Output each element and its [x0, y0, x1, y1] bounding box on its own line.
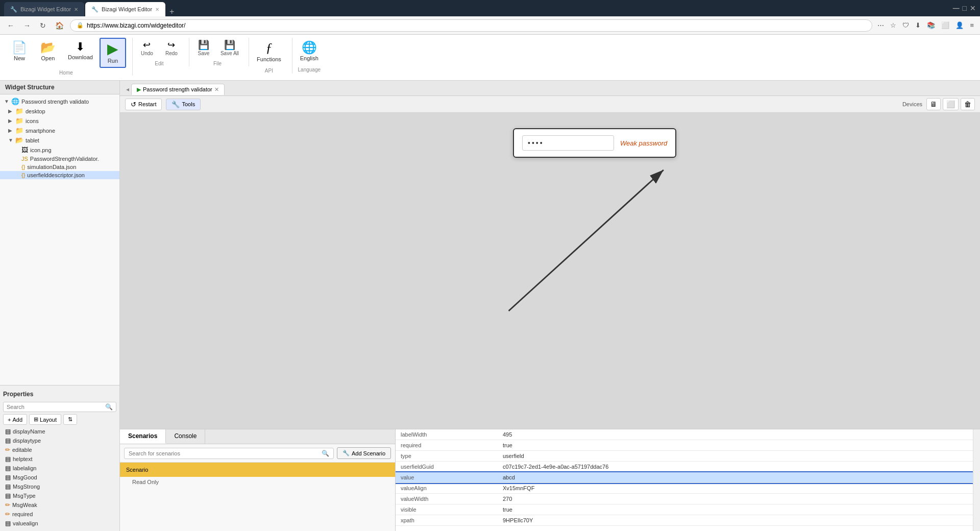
content-tab-psv[interactable]: ▶ Password strength validator ✕	[131, 84, 225, 95]
prop-required[interactable]: ✏required	[3, 510, 116, 519]
add-property-button[interactable]: + Add	[3, 414, 27, 425]
forward-button[interactable]: →	[20, 19, 34, 32]
tab2-favicon: 🔧	[91, 6, 99, 13]
open-icon: 📂	[40, 41, 56, 54]
account-button[interactable]: 👤	[953, 19, 966, 31]
tablet-folder-icon	[15, 136, 23, 144]
prop-helptext[interactable]: ▤helptext	[3, 454, 116, 464]
open-button[interactable]: 📂 Open	[35, 38, 61, 65]
props-table-panel: labelWidth495requiredtruetypeuserfieldus…	[396, 429, 973, 531]
tree-psv-file[interactable]: JS PasswordStrengthValidator.	[0, 155, 119, 163]
save-all-button[interactable]: 💾 Save All	[217, 38, 242, 59]
add-icon: +	[8, 417, 11, 423]
prop-MsgStrong[interactable]: ▤MsgStrong	[3, 482, 116, 491]
sidebar-button[interactable]: ⬜	[939, 19, 951, 31]
functions-button[interactable]: ƒ Functions	[252, 38, 286, 66]
restart-button[interactable]: ↺ Restart	[125, 99, 162, 110]
widget-preview: Weak password	[513, 128, 676, 158]
table-row: visibletrue	[396, 504, 973, 515]
browser-tab-1[interactable]: 🔧 Bizagi Widget Editor ✕	[4, 2, 84, 16]
scenarios-search-input[interactable]	[129, 450, 322, 456]
tree-smartphone[interactable]: ▶ smartphone	[0, 126, 119, 135]
english-button[interactable]: 🌐 English	[296, 38, 323, 65]
table-row[interactable]: valueabcd	[396, 472, 973, 483]
url-input[interactable]	[87, 22, 866, 29]
table-row: userfieldGuidc07c19c7-2ed1-4e9e-a0ac-a57…	[396, 462, 973, 472]
prop-required-icon: ✏	[5, 511, 10, 518]
prop-labelalign[interactable]: ▤labelalign	[3, 464, 116, 473]
scenario-item-readonly[interactable]: Read Only	[120, 477, 395, 487]
save-button[interactable]: 💾 Save	[192, 38, 215, 59]
toolbar-group-file: 💾 Save 💾 Save All File	[192, 38, 249, 66]
close-button[interactable]: ✕	[970, 4, 976, 12]
tab2-label: Bizagi Widget Editor	[102, 6, 152, 12]
address-bar[interactable]: 🔒	[70, 19, 872, 32]
tree-tablet[interactable]: ▼ tablet	[0, 135, 119, 145]
download-icon: ⬇	[76, 41, 85, 53]
new-tab-button[interactable]: +	[166, 7, 177, 16]
home-button[interactable]: 🏠	[52, 19, 67, 32]
tree-icons[interactable]: ▶ icons	[0, 116, 119, 126]
tree-desktop[interactable]: ▶ desktop	[0, 106, 119, 116]
properties-search-box[interactable]: 🔍	[3, 402, 116, 412]
app-toolbar: 📄 New 📂 Open ⬇ Download ▶ Run Home ↩ Und…	[0, 35, 980, 81]
tree-userfield-json[interactable]: {} userfielddescriptor.json	[0, 171, 119, 179]
scenarios-search-box[interactable]: 🔍	[124, 448, 334, 459]
prop-MsgWeak-icon: ✏	[5, 501, 10, 509]
desktop-toggle[interactable]: ▶	[8, 108, 15, 114]
smartphone-toggle[interactable]: ▶	[8, 128, 15, 133]
props-scrollbar[interactable]	[973, 429, 980, 531]
download-manager-button[interactable]: ⬇	[913, 19, 923, 31]
back-button[interactable]: ←	[4, 19, 17, 32]
prop-editable[interactable]: ✏editable	[3, 445, 116, 454]
tab-close-icon[interactable]: ✕	[214, 86, 219, 93]
undo-button[interactable]: ↩ Undo	[136, 38, 158, 59]
widget-password-field[interactable]	[522, 135, 614, 151]
scenario-item-scenario[interactable]: Scenario	[120, 463, 395, 477]
prop-valuealign[interactable]: ▤valuealign	[3, 519, 116, 528]
tree-simulation-json[interactable]: {} simulationData.json	[0, 163, 119, 171]
sort-button[interactable]: ⇅	[63, 414, 77, 425]
add-scenario-button[interactable]: 🔧 Add Scenario	[337, 447, 391, 459]
tab-console[interactable]: Console	[166, 429, 205, 444]
layout-button[interactable]: ⊞ Layout	[29, 414, 61, 425]
prop-MsgGood[interactable]: ▤MsgGood	[3, 473, 116, 482]
download-button[interactable]: ⬇ Download	[63, 38, 97, 64]
tree-root[interactable]: ▼ 🌐 Password strength validato	[0, 96, 119, 106]
trash-button[interactable]: 🗑	[961, 98, 975, 110]
run-button[interactable]: ▶ Run	[100, 38, 126, 68]
devices-section: Devices 🖥 ⬜ 🗑	[902, 98, 975, 110]
tablet-device-button[interactable]: ⬜	[943, 98, 959, 110]
icons-toggle[interactable]: ▶	[8, 118, 15, 124]
sort-icon: ⇅	[68, 416, 72, 423]
root-toggle[interactable]: ▼	[4, 99, 11, 104]
tree-icon-png[interactable]: 🖼 icon.png	[0, 145, 119, 155]
tools-button[interactable]: 🔧 Tools	[166, 99, 201, 110]
tab1-close[interactable]: ✕	[74, 7, 78, 12]
tab1-label: Bizagi Widget Editor	[20, 6, 71, 12]
minimize-button[interactable]: ─	[953, 3, 960, 14]
table-row: valueAlignXv15mnFQF	[396, 483, 973, 494]
refresh-button[interactable]: ↻	[37, 19, 49, 32]
bookmark-button[interactable]: ☆	[888, 19, 898, 31]
tab2-close[interactable]: ✕	[155, 7, 159, 12]
prop-value: true	[498, 504, 973, 515]
menu-button[interactable]: ≡	[968, 19, 976, 31]
bookmarks-library-button[interactable]: 📚	[925, 19, 937, 31]
new-button[interactable]: 📄 New	[6, 38, 33, 65]
prop-displayName[interactable]: ▤displayName	[3, 427, 116, 436]
extensions-button[interactable]: ⋯	[875, 19, 886, 31]
tablet-toggle[interactable]: ▼	[8, 137, 15, 143]
properties-search-input[interactable]	[7, 404, 105, 410]
browser-tab-2[interactable]: 🔧 Bizagi Widget Editor ✕	[85, 2, 165, 16]
tab-scenarios[interactable]: Scenarios	[120, 429, 166, 444]
prop-MsgType[interactable]: ▤MsgType	[3, 491, 116, 500]
prop-displaytype[interactable]: ▤displaytype	[3, 436, 116, 445]
tab1-favicon: 🔧	[10, 6, 17, 13]
tab-expand-icon[interactable]: ◂	[124, 84, 131, 95]
prop-MsgWeak[interactable]: ✏MsgWeak	[3, 500, 116, 510]
maximize-button[interactable]: □	[963, 4, 967, 12]
prop-value: Xv15mnFQF	[498, 483, 973, 494]
redo-button[interactable]: ↪ Redo	[160, 38, 183, 59]
desktop-device-button[interactable]: 🖥	[926, 98, 941, 110]
